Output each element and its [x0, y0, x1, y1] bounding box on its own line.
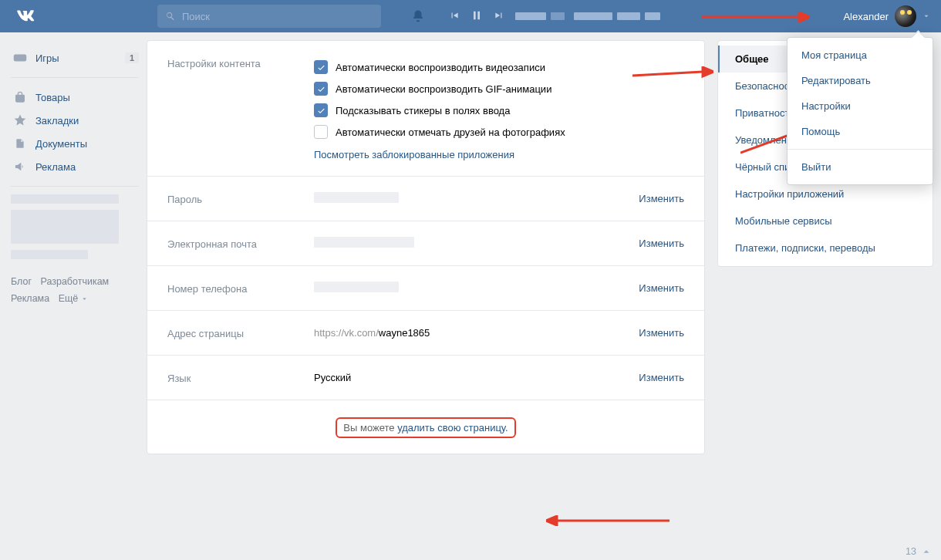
footer-blog[interactable]: Блог [11, 276, 32, 287]
email-value [314, 237, 414, 248]
dropdown-logout[interactable]: Выйти [788, 154, 933, 180]
doc-icon [12, 136, 28, 151]
sidebar-label: Реклама [35, 161, 76, 173]
email-change-link[interactable]: Изменить [639, 238, 684, 249]
megaphone-icon [12, 159, 28, 174]
address-label: Адрес страницы [167, 326, 298, 339]
checkbox-label: Автоматически отмечать друзей на фотогра… [336, 127, 565, 138]
left-sidebar: Игры 1 Товары Закладки Документы Реклама… [0, 40, 147, 454]
sidebar-badge: 1 [125, 52, 139, 63]
sidebar-label: Документы [35, 138, 87, 150]
sidebar-item-market[interactable]: Товары [8, 86, 147, 109]
page-address-value: https://vk.com/wayne1865 [314, 327, 623, 339]
check-autoplay-gif[interactable]: Автоматически воспроизводить GIF-анимаци… [314, 78, 684, 100]
checkbox-icon [314, 125, 328, 139]
phone-label: Номер телефона [167, 282, 298, 295]
checkbox-icon [314, 103, 328, 117]
vk-logo[interactable] [9, 0, 42, 32]
phone-value [314, 282, 399, 292]
checkbox-label: Автоматически воспроизводить видеозаписи [336, 62, 545, 73]
sidebar-label: Закладки [35, 115, 79, 127]
sidebar-item-bookmarks[interactable]: Закладки [8, 109, 147, 132]
password-value [314, 192, 399, 203]
star-icon [12, 113, 28, 128]
footer-dev[interactable]: Разработчикам [41, 276, 110, 287]
check-autotag-friends[interactable]: Автоматически отмечать друзей на фотогра… [314, 121, 684, 143]
content-settings-label: Настройки контента [167, 56, 298, 69]
sidebar-label: Товары [35, 92, 70, 103]
bag-icon [12, 89, 28, 105]
dropdown-settings[interactable]: Настройки [788, 93, 933, 119]
checkbox-icon [314, 60, 328, 74]
search-placeholder: Поиск [182, 11, 210, 22]
sidebar-item-documents[interactable]: Документы [8, 132, 147, 155]
password-change-link[interactable]: Изменить [639, 193, 684, 204]
checkbox-label: Подсказывать стикеры в полях ввода [336, 105, 510, 116]
footer-more[interactable]: Ещё [59, 293, 88, 304]
language-value: Русский [314, 372, 623, 383]
tab-mobile[interactable]: Мобильные сервисы [718, 207, 933, 234]
chevron-up-icon [921, 546, 932, 557]
phone-change-link[interactable]: Изменить [639, 282, 684, 294]
sidebar-label: Игры [35, 52, 59, 64]
player-track-info[interactable] [515, 12, 660, 20]
sidebar-item-games[interactable]: Игры 1 [8, 46, 147, 69]
address-change-link[interactable]: Изменить [639, 327, 684, 339]
footer-links: Блог Разработчикам Реклама Ещё [11, 273, 147, 307]
language-label: Язык [167, 371, 298, 384]
dropdown-edit[interactable]: Редактировать [788, 68, 933, 93]
dropdown-my-page[interactable]: Моя страница [788, 42, 933, 68]
footer-ad[interactable]: Реклама [11, 293, 49, 304]
gamepad-icon [12, 50, 28, 66]
tab-payments[interactable]: Платежи, подписки, переводы [718, 234, 933, 261]
notifications-button[interactable] [403, 0, 433, 32]
sidebar-ad-block [11, 194, 147, 259]
audio-player-controls [449, 9, 504, 24]
blocked-apps-link[interactable]: Посмотреть заблокированные приложения [314, 149, 514, 160]
svg-marker-7 [546, 516, 557, 525]
checkbox-label: Автоматически воспроизводить GIF-анимаци… [336, 83, 551, 95]
check-autoplay-video[interactable]: Автоматически воспроизводить видеозаписи [314, 56, 684, 78]
dropdown-help[interactable]: Помощь [788, 119, 933, 144]
language-change-link[interactable]: Изменить [639, 372, 684, 383]
player-pause-button[interactable] [470, 9, 483, 24]
chat-count: 13 [906, 546, 916, 557]
dropdown-separator [788, 149, 933, 150]
annotation-arrow-4 [546, 515, 669, 528]
user-name: Alexander [843, 11, 889, 22]
checkbox-icon [314, 82, 328, 96]
chat-corner-indicator[interactable]: 13 [906, 546, 932, 557]
settings-panel: Настройки контента Автоматически воспрои… [147, 40, 705, 454]
chevron-down-icon [922, 12, 930, 20]
password-label: Пароль [167, 192, 298, 205]
user-dropdown: Моя страница Редактировать Настройки Пом… [787, 37, 933, 185]
delete-prefix: Вы можете [343, 422, 397, 433]
check-suggest-stickers[interactable]: Подсказывать стикеры в полях ввода [314, 100, 684, 121]
sidebar-item-ads[interactable]: Реклама [8, 155, 147, 178]
email-label: Электронная почта [167, 237, 298, 250]
player-prev-button[interactable] [449, 10, 460, 23]
player-next-button[interactable] [494, 10, 504, 23]
delete-page-row: Вы можете удалить свою страницу. [147, 400, 704, 438]
top-header: Поиск Alexander [0, 0, 941, 32]
user-menu-button[interactable]: Alexander [835, 0, 941, 32]
delete-page-link[interactable]: удалить свою страницу. [397, 422, 508, 433]
search-input[interactable]: Поиск [157, 5, 381, 28]
avatar [895, 5, 916, 27]
